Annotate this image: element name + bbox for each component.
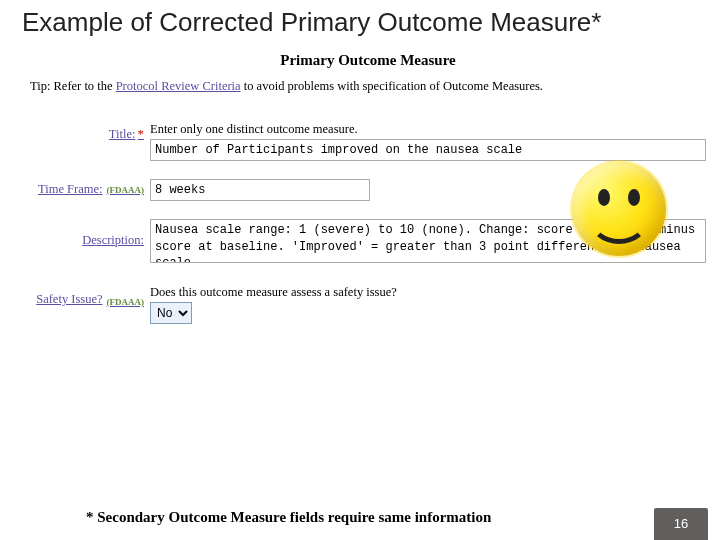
section-header: Primary Outcome Measure	[30, 52, 706, 69]
footnote: * Secondary Outcome Measure fields requi…	[26, 508, 654, 526]
page-number: 16	[654, 508, 708, 540]
label-safety[interactable]: Safety Issue? (FDAAA)	[30, 285, 150, 307]
required-mark: *	[138, 126, 145, 142]
row-title: Title: * Enter only one distinct outcome…	[30, 122, 706, 161]
fdaa-tag-safety: (FDAAA)	[107, 297, 145, 307]
fdaa-tag-time: (FDAAA)	[107, 185, 145, 195]
label-safety-text: Safety Issue?	[36, 292, 102, 307]
safety-select[interactable]: No	[150, 302, 192, 324]
smiley-icon	[572, 162, 666, 256]
slide-title: Example of Corrected Primary Outcome Mea…	[22, 8, 720, 38]
tip-text: Tip: Refer to the Protocol Review Criter…	[30, 79, 706, 94]
label-title-text: Title:	[109, 127, 136, 142]
tip-suffix: to avoid problems with specification of …	[241, 79, 543, 93]
label-time-frame[interactable]: Time Frame: (FDAAA)	[30, 179, 150, 201]
label-title[interactable]: Title: *	[30, 122, 150, 144]
label-description-text: Description:	[82, 233, 144, 248]
label-time-frame-text: Time Frame:	[38, 182, 102, 197]
title-helper: Enter only one distinct outcome measure.	[150, 122, 706, 137]
bottom-bar: * Secondary Outcome Measure fields requi…	[0, 504, 720, 540]
safety-question: Does this outcome measure assess a safet…	[150, 285, 706, 300]
time-frame-input[interactable]	[150, 179, 370, 201]
protocol-review-link[interactable]: Protocol Review Criteria	[116, 79, 241, 93]
row-safety: Safety Issue? (FDAAA) Does this outcome …	[30, 285, 706, 324]
smiley-mouth	[589, 194, 649, 244]
label-description[interactable]: Description:	[30, 219, 150, 263]
title-input[interactable]	[150, 139, 706, 161]
tip-prefix: Tip: Refer to the	[30, 79, 116, 93]
